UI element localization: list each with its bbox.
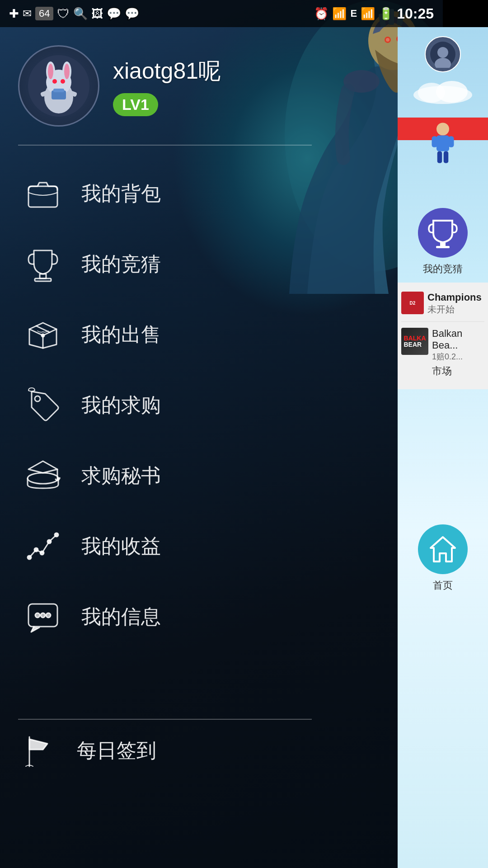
add-icon: ✚ bbox=[9, 7, 19, 21]
rp-champions-title: Champions bbox=[427, 292, 484, 303]
svg-point-17 bbox=[64, 64, 70, 79]
rp-dota-text: Champions 未开始 bbox=[427, 292, 484, 316]
svg-point-35 bbox=[47, 540, 51, 543]
rp-balkan-title: Balkan Bea... bbox=[432, 328, 484, 351]
notification-badge: 64 bbox=[35, 7, 53, 20]
menu-item-competition[interactable]: 我的竞猜 bbox=[18, 229, 334, 299]
rp-home-button[interactable] bbox=[418, 524, 468, 574]
status-bar: ✚ ✉ 64 🛡 🔍 🖼 💬 💬 ⏰ 📶 E 📶 🔋 10:25 bbox=[0, 0, 443, 27]
trophy-icon bbox=[23, 246, 63, 282]
menu-item-backpack[interactable]: 我的背包 bbox=[18, 158, 334, 229]
username: xiaotg81呢 bbox=[113, 56, 221, 86]
svg-point-32 bbox=[28, 556, 31, 559]
competition-label: 我的竞猜 bbox=[81, 251, 161, 278]
rp-dota-row: D2 Champions 未开始 bbox=[401, 288, 484, 319]
signal-icon: 📶 bbox=[361, 7, 375, 21]
menu-item-messages[interactable]: 我的信息 bbox=[18, 581, 334, 652]
svg-point-28 bbox=[35, 396, 40, 401]
secretary-label: 求购秘书 bbox=[81, 462, 161, 489]
svg-rect-54 bbox=[440, 242, 446, 246]
shield-icon: 🛡 bbox=[57, 6, 70, 21]
messages-label: 我的信息 bbox=[81, 604, 161, 630]
rp-balkan-sub: 1赔0.2... bbox=[432, 351, 484, 362]
box-icon bbox=[23, 316, 63, 353]
rp-avatar[interactable] bbox=[425, 36, 461, 72]
level-badge: LV1 bbox=[113, 93, 158, 116]
rp-champions-subtitle: 未开始 bbox=[427, 303, 484, 316]
chat-icon bbox=[23, 599, 63, 635]
rp-balkan-row: BALKABEAR Balkan Bea... 1赔0.2... 市场 bbox=[401, 324, 484, 384]
svg-point-38 bbox=[35, 613, 40, 618]
svg-point-48 bbox=[436, 123, 449, 135]
menu-item-earnings[interactable]: 我的收益 bbox=[18, 511, 334, 581]
svg-rect-52 bbox=[437, 151, 442, 163]
svg-point-16 bbox=[48, 64, 53, 79]
daily-sign-item[interactable]: 每日签到 bbox=[18, 732, 156, 769]
folder-icon bbox=[23, 175, 63, 212]
svg-rect-53 bbox=[444, 151, 449, 163]
flag-icon bbox=[18, 732, 59, 769]
daily-sign-label: 每日签到 bbox=[77, 737, 156, 764]
svg-point-43 bbox=[437, 47, 448, 58]
svg-point-19 bbox=[61, 79, 65, 84]
alarm-icon: ⏰ bbox=[314, 7, 328, 21]
backpack-label: 我的背包 bbox=[81, 180, 161, 207]
rp-market-label: 市场 bbox=[432, 362, 484, 380]
rp-balkan-text: Balkan Bea... 1赔0.2... 市场 bbox=[432, 328, 484, 380]
chart-icon bbox=[23, 528, 63, 564]
menu-item-sale[interactable]: 我的出售 bbox=[18, 299, 334, 370]
menu-item-purchase[interactable]: 我的求购 bbox=[18, 370, 334, 440]
battery-icon: 🔋 bbox=[379, 7, 393, 21]
right-panel: 我的竞猜 D2 Champions 未开始 BALKABEAR Balkan B bbox=[398, 27, 488, 868]
svg-rect-50 bbox=[432, 136, 437, 147]
svg-point-27 bbox=[42, 334, 44, 337]
profile-section: xiaotg81呢 LV1 bbox=[18, 45, 221, 127]
rp-cloud-area bbox=[402, 79, 483, 106]
svg-point-29 bbox=[28, 473, 58, 484]
rp-home-label: 首页 bbox=[433, 579, 453, 592]
rp-dota-logo: D2 bbox=[401, 292, 424, 314]
svg-text:D2: D2 bbox=[410, 301, 416, 306]
rp-divider1 bbox=[401, 321, 484, 322]
profile-divider bbox=[18, 145, 312, 146]
wechat-icon1: 💬 bbox=[107, 7, 121, 21]
hat-icon bbox=[23, 458, 63, 494]
mail-icon: ✉ bbox=[23, 7, 32, 20]
svg-rect-26 bbox=[35, 278, 51, 281]
tag-icon bbox=[23, 387, 63, 423]
wifi-icon: 📶 bbox=[332, 7, 347, 21]
svg-rect-24 bbox=[28, 186, 57, 207]
rp-character bbox=[425, 118, 461, 172]
rp-champions-section[interactable]: D2 Champions 未开始 BALKABEAR Balkan Bea...… bbox=[398, 283, 488, 389]
svg-marker-30 bbox=[28, 461, 57, 473]
svg-point-36 bbox=[55, 533, 58, 537]
rp-balkan-logo: BALKABEAR bbox=[401, 328, 428, 355]
svg-rect-21 bbox=[53, 89, 64, 92]
status-icons-left: ✚ ✉ 64 🛡 🔍 🖼 💬 💬 bbox=[9, 6, 139, 21]
svg-rect-55 bbox=[436, 246, 450, 248]
svg-rect-49 bbox=[436, 135, 449, 151]
svg-point-33 bbox=[34, 548, 38, 552]
avatar[interactable] bbox=[18, 45, 99, 127]
menu-list: 我的背包 我的竞猜 bbox=[18, 158, 334, 652]
purchase-label: 我的求购 bbox=[81, 392, 161, 419]
svg-point-39 bbox=[41, 613, 45, 618]
svg-point-47 bbox=[436, 81, 468, 103]
menu-item-secretary[interactable]: 求购秘书 bbox=[18, 440, 334, 511]
svg-point-7 bbox=[386, 38, 389, 42]
search-icon-status: 🔍 bbox=[73, 7, 88, 21]
main-background: ✚ ✉ 64 🛡 🔍 🖼 💬 💬 ⏰ 📶 E 📶 🔋 10:25 bbox=[0, 0, 443, 868]
svg-point-34 bbox=[40, 551, 44, 555]
svg-point-18 bbox=[52, 79, 57, 84]
rp-trophy-circle[interactable] bbox=[418, 208, 468, 258]
svg-point-40 bbox=[46, 613, 51, 618]
wechat-icon2: 💬 bbox=[125, 7, 139, 21]
svg-marker-58 bbox=[431, 537, 455, 561]
svg-rect-51 bbox=[448, 136, 454, 147]
rp-competition-label: 我的竞猜 bbox=[423, 262, 463, 276]
carrier-e-icon: E bbox=[350, 8, 357, 19]
profile-info: xiaotg81呢 LV1 bbox=[113, 56, 221, 116]
image-icon: 🖼 bbox=[91, 7, 103, 21]
status-time: 10:25 bbox=[397, 5, 434, 22]
earnings-label: 我的收益 bbox=[81, 533, 161, 560]
